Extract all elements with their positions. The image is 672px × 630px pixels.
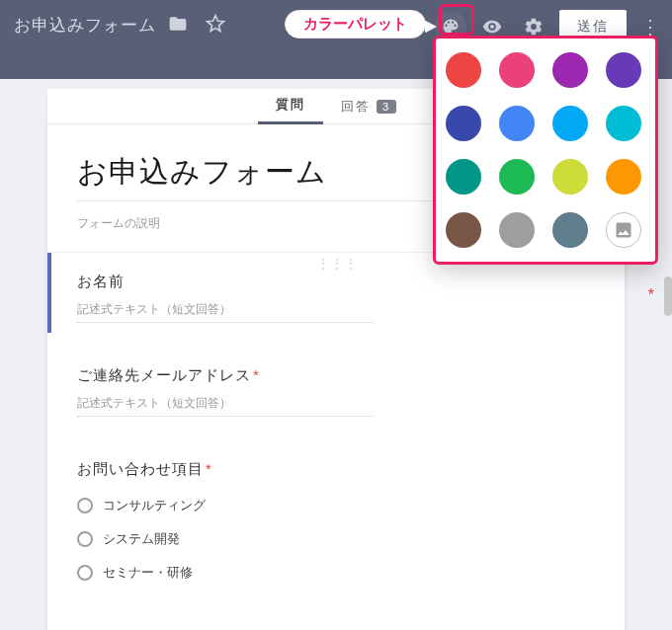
tab-questions[interactable]: 質問 (258, 89, 323, 124)
color-swatch[interactable] (446, 106, 481, 141)
color-swatch[interactable] (552, 159, 588, 195)
color-swatch[interactable] (606, 159, 641, 195)
question-1[interactable]: ⋮⋮⋮ お名前 記述式テキスト（短文回答） (47, 253, 625, 333)
radio-icon[interactable] (77, 565, 93, 581)
question-title[interactable]: ご連絡先メールアドレス* (77, 366, 595, 385)
required-star: * (206, 460, 212, 477)
folder-icon[interactable] (162, 8, 194, 39)
question-2[interactable]: ご連絡先メールアドレス* 記述式テキスト（短文回答） (47, 333, 625, 427)
radio-icon[interactable] (77, 498, 93, 513)
question-helper: 記述式テキスト（短文回答） (77, 291, 374, 323)
color-swatch[interactable] (606, 106, 641, 141)
color-swatch[interactable] (499, 159, 535, 195)
option-label: コンサルティング (103, 497, 206, 514)
responses-badge: 3 (377, 100, 396, 114)
annotation-callout: カラーパレット (285, 10, 426, 39)
color-palette-popover (433, 36, 658, 265)
star-icon[interactable] (200, 8, 231, 39)
q-title-text: お問い合わせ項目 (77, 460, 204, 477)
doc-title[interactable]: お申込みフォーム (14, 8, 156, 37)
color-swatch[interactable] (499, 52, 535, 88)
radio-icon[interactable] (77, 531, 93, 547)
color-swatch[interactable] (606, 52, 641, 88)
scrollbar[interactable] (664, 276, 672, 316)
radio-option[interactable]: システム開発 (77, 522, 595, 556)
question-title[interactable]: お名前 (77, 273, 595, 291)
tab-responses[interactable]: 回答 3 (323, 89, 414, 124)
callout-label: カラーパレット (303, 15, 407, 34)
color-swatch[interactable] (446, 212, 481, 248)
color-swatch[interactable] (552, 212, 588, 248)
required-star: * (648, 286, 654, 304)
palette-grid (446, 52, 645, 252)
option-label: システム開発 (103, 530, 180, 548)
color-swatch[interactable] (552, 106, 588, 141)
option-label: セミナー・研修 (103, 564, 193, 582)
color-swatch[interactable] (446, 52, 481, 88)
tab-responses-label: 回答 (341, 98, 371, 116)
radio-option[interactable]: コンサルティング (77, 489, 595, 522)
color-swatch[interactable] (499, 106, 535, 141)
question-title[interactable]: お問い合わせ項目* (77, 460, 595, 479)
required-star: * (253, 366, 260, 383)
color-swatch[interactable] (499, 212, 535, 248)
option-list: コンサルティングシステム開発セミナー・研修 (77, 489, 595, 590)
question-3[interactable]: お問い合わせ項目* コンサルティングシステム開発セミナー・研修 (47, 427, 625, 599)
custom-image-swatch[interactable] (606, 212, 641, 248)
q-title-text: ご連絡先メールアドレス (77, 366, 251, 383)
color-swatch[interactable] (446, 159, 481, 195)
color-swatch[interactable] (552, 52, 588, 88)
drag-handle-icon[interactable]: ⋮⋮⋮ (317, 257, 359, 271)
question-helper: 記述式テキスト（短文回答） (77, 385, 374, 417)
radio-option[interactable]: セミナー・研修 (77, 556, 595, 590)
